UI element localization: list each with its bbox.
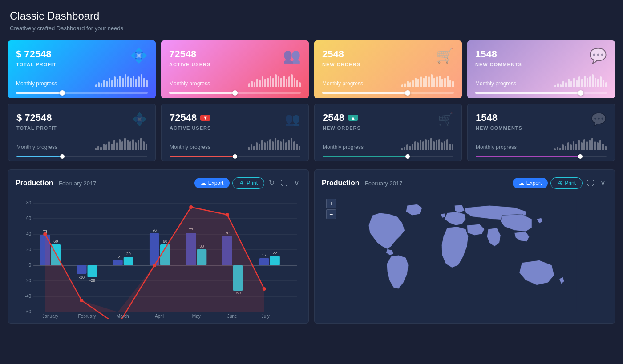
svg-point-46 [43,232,47,236]
dark-slider-thumb[interactable] [60,154,65,159]
sparkline-bar [578,140,580,150]
map-zoom-out-button[interactable]: − [326,209,336,219]
sparkline-bar [401,84,403,87]
bar-chart-refresh-button[interactable]: ↻ [267,177,276,189]
sparkline-bar [262,76,263,87]
svg-text:-40: -40 [25,294,32,299]
bar-chart-subtitle: February 2017 [59,180,97,187]
sparkline-bar [586,141,588,150]
sparkline-bar [436,76,438,87]
stat-card-info: 1548 NEW COMMENTS [476,112,522,131]
stat-card-value: 1548 [475,48,522,60]
stat-card-label: NEW COMMENTS [475,62,522,67]
sparkline-bar [288,140,290,150]
sparkline-bar [127,76,129,87]
slider-container[interactable] [169,92,301,94]
map-chart-print-button[interactable]: 🖨 Print [550,177,583,189]
dark-slider-container[interactable] [16,156,147,157]
svg-text:60: 60 [53,239,58,244]
map-zoom-in-button[interactable]: + [326,199,336,208]
slider-thumb[interactable] [405,90,410,96]
sparkline-bar [97,146,99,150]
sparkline-bar [559,148,561,150]
sparkline-bar [431,74,433,87]
sparkline-bar [286,79,287,87]
slider-container[interactable] [16,92,148,94]
sparkline-bar [124,138,126,150]
sparkline-bar [121,141,123,150]
sparkline-bar [248,147,250,150]
svg-text:-20: -20 [25,278,32,283]
sparkline-bar [570,81,572,87]
stat-card-dark-icon: 💠 [132,112,147,127]
dark-slider-container[interactable] [170,156,300,157]
stat-card-dark-icon: 🛒 [438,112,453,127]
bar-chart-print-button[interactable]: 🖨 Print [232,177,264,189]
sparkline-bar [573,78,575,87]
sparkline-bar [591,138,593,150]
sparkline-bar [283,139,284,150]
slider-container[interactable] [475,92,607,94]
sparkline-bar [412,144,413,150]
stat-card-dark-value: $ 72548 [16,112,57,124]
sparkline-bar [589,76,591,87]
sparkline-bar [581,79,583,87]
sparkline-bar [117,79,118,87]
sparkline-bar [288,76,290,87]
sparkline-bar [594,141,596,150]
sparkline-bar [261,140,263,150]
sparkline-bar [129,141,131,150]
sparkline-bar [603,80,604,87]
bar-chart-title-group: Production February 2017 [16,179,96,187]
dark-slider-thumb[interactable] [578,154,583,159]
slider-thumb[interactable] [232,90,238,96]
svg-rect-42 [270,256,280,265]
stat-card-bottom: Monthly progress [476,137,607,155]
colored-stat-card-new-orders-colored: 2548 NEW ORDERS 🛒 Monthly progress [314,40,462,98]
stat-card-progress-label: Monthly progress [169,80,210,87]
sparkline-bar [146,80,148,87]
dark-slider-thumb[interactable] [405,154,410,159]
sparkline-bar [138,140,139,150]
sparkline-bar [291,74,293,87]
sparkline-bar [570,144,572,150]
sparkline-area [95,73,148,87]
sparkline-bar [433,141,435,150]
sparkline-bar [404,147,405,150]
sparkline-bar [449,144,451,150]
stat-card-top: 1548 NEW COMMENTS 💬 [476,112,607,131]
stat-card-dark-label: TOTAL PROFIT [16,125,57,131]
dark-slider-container[interactable] [323,156,453,157]
stat-card-progress-label: Monthly progress [170,144,210,150]
slider-thumb[interactable] [578,90,583,96]
bar-chart-collapse-button[interactable]: ∨ [292,177,301,189]
dark-slider-thumb[interactable] [233,154,237,159]
badge-down: ▼ [200,115,210,121]
sparkline-bar [409,146,411,150]
sparkline-bar [285,142,287,150]
map-chart-expand-button[interactable]: ⛶ [585,177,596,189]
sparkline-bar [256,142,258,150]
sparkline-bar [597,79,599,87]
slider-container[interactable] [322,92,454,94]
stat-card-bottom: Monthly progress [16,137,147,155]
sparkline-bar [420,76,422,87]
svg-text:0: 0 [29,263,32,268]
page-title: Classic Dashboard [10,10,613,22]
map-chart-export-button[interactable]: ☁ Export [513,178,548,188]
bar-chart-export-button[interactable]: ☁ Export [194,178,230,188]
sparkline-bar [275,74,277,87]
stat-card-info: 1548 NEW COMMENTS [475,48,522,67]
map-chart-collapse-button[interactable]: ∨ [599,177,607,189]
map-chart-title: Production [322,179,359,187]
svg-text:March: March [117,314,129,319]
sparkline-bar [554,148,556,150]
stat-card-top: 72548 ▼ ACTIVE USERS 👥 [170,112,300,131]
dark-slider-container[interactable] [476,156,607,157]
sparkline-bar [592,74,594,87]
bar-chart-expand-button[interactable]: ⛶ [279,177,290,189]
page-subtitle: Creatively crafted Dashboard for your ne… [10,25,613,32]
slider-thumb[interactable] [60,90,65,96]
bar-chart-area: 80 60 40 20 0 -20 -40 -60 73 60 -20 -2 [16,194,301,319]
sparkline-bar [597,142,599,150]
